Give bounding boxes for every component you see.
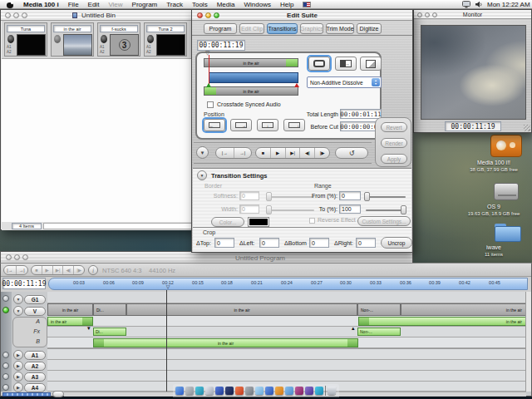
menu-app-name[interactable]: Media 100 i (23, 1, 59, 8)
tab-digitize[interactable]: Digitize (357, 23, 382, 34)
es-transport-buttons[interactable]: ■ ▶ ▶| ◀| |▶ (255, 147, 330, 159)
firewire-drive-icon[interactable] (490, 135, 522, 157)
timeline-timecode[interactable]: 00:00:11:19 (2, 278, 46, 289)
mark-in-button[interactable]: |→ (4, 266, 16, 274)
play-button[interactable]: ▶ (42, 266, 52, 274)
edit-point-handle[interactable]: ▽ (205, 50, 209, 57)
dock-icon-app[interactable] (235, 387, 244, 395)
bin-titlebar[interactable]: Untitled Bin (1, 10, 196, 21)
position-option-1-button[interactable]: ← (204, 119, 225, 131)
dock-icon-app[interactable] (205, 387, 214, 395)
es-stop-button[interactable]: ■ (256, 148, 270, 158)
menu-program[interactable]: Program (132, 1, 158, 8)
track-row-a2[interactable] (47, 360, 526, 371)
menu-file[interactable]: File (68, 1, 79, 8)
playhead-line[interactable] (166, 290, 167, 392)
transition-bar[interactable] (209, 72, 298, 83)
track-led-a4[interactable] (2, 384, 9, 391)
from-slider-thumb[interactable] (364, 192, 370, 201)
drive-label[interactable]: OS 9 (456, 204, 532, 209)
volume-menu-icon[interactable] (475, 1, 483, 8)
softness-field[interactable]: 0 (239, 191, 259, 200)
timeline-clip-a[interactable]: in the air (358, 317, 526, 326)
timeline-zoom-slider[interactable] (2, 392, 51, 397)
menu-edit[interactable]: Edit (88, 1, 100, 8)
clip-thumbnail-slate[interactable]: 3 (110, 34, 139, 56)
tab-edit-clip[interactable]: Edit Clip (239, 23, 264, 34)
clip-thumbnail[interactable] (156, 34, 185, 56)
es-play-to-end-button[interactable]: ▶| (285, 148, 300, 158)
track-a1-button[interactable]: A1 (24, 351, 46, 360)
to-slider-track[interactable] (366, 209, 406, 211)
timeline-transition-fx[interactable]: Di... (93, 328, 126, 336)
uncrop-button[interactable]: Uncrop (381, 237, 412, 249)
track-a4-button[interactable]: A4 (24, 383, 46, 392)
crossfade-checkbox[interactable] (207, 101, 214, 108)
desktop-icon-os9-drive[interactable]: OS 9 19.63 GB, 18.9 GB free (456, 183, 532, 223)
clip-name-field[interactable]: in the air (53, 25, 91, 32)
clip-name-field[interactable]: f-sucks (100, 25, 138, 32)
dock-icon-app[interactable] (195, 387, 204, 395)
width-slider-thumb[interactable] (266, 205, 272, 214)
dock-icon-app[interactable] (275, 387, 283, 395)
menu-view[interactable]: View (108, 1, 122, 8)
track-g1-disclosure[interactable]: ▼ (13, 294, 23, 304)
custom-settings-button[interactable]: Custom Settings... (357, 216, 411, 226)
edit-suite-timecode[interactable]: 00:00:11:19 (197, 40, 245, 51)
track-led-a2[interactable] (2, 362, 9, 369)
clip-name-field[interactable]: Tuna (7, 25, 45, 32)
dock-icon-app[interactable] (285, 387, 293, 395)
dock-trash-icon[interactable] (328, 387, 336, 395)
transition-type-dissolve-button[interactable] (308, 57, 330, 71)
timeline-transition-fx[interactable]: Non-... (357, 328, 401, 336)
track-v-disclosure[interactable]: ▼ (13, 306, 23, 316)
dropdown-stepper-icon[interactable]: ▲▼ (372, 78, 380, 86)
monitor-timecode[interactable]: 00:00:11:19 (445, 121, 501, 131)
summary-segment[interactable]: Non-... (357, 303, 401, 316)
menu-windows[interactable]: Windows (244, 1, 270, 8)
dock-icon-app[interactable] (295, 387, 303, 395)
tab-transitions[interactable]: Transitions (267, 23, 298, 34)
timeline-vertical-scrollbar[interactable] (525, 292, 531, 392)
clip-thumbnail[interactable] (63, 34, 92, 56)
monitor-titlebar[interactable]: Monitor (414, 10, 531, 19)
dock-icon-app[interactable] (185, 387, 194, 395)
track-row-a1[interactable] (47, 349, 526, 360)
timeline-clip-a[interactable]: in the air (47, 317, 93, 326)
summary-segment[interactable]: in the air (47, 303, 93, 316)
stop-button[interactable]: ■ (32, 266, 42, 274)
es-play-button[interactable]: ▶ (270, 148, 285, 158)
edit-suite-titlebar[interactable]: Edit Suite (192, 10, 412, 21)
panel-collapse-button[interactable]: ▼ (196, 146, 209, 159)
summary-segment[interactable]: in the air (126, 303, 357, 316)
es-mark-in-button[interactable]: |→ (216, 148, 234, 158)
menu-track[interactable]: Track (166, 1, 183, 8)
timeline-transport-buttons[interactable]: ■ ▶ ▶| ◀| |▶ (31, 265, 85, 275)
track-a2-disclosure[interactable]: ▶ (13, 361, 23, 371)
transition-type-wipe-button[interactable]: → (335, 57, 357, 71)
revert-button[interactable]: Revert (381, 122, 407, 132)
track-led-a1[interactable] (2, 352, 9, 358)
softness-slider-thumb[interactable] (266, 192, 272, 201)
displays-menu-icon[interactable] (462, 1, 470, 8)
effect-dropdown[interactable]: Non-Additive Dissolve ▲▼ (307, 76, 382, 88)
apple-menu-icon[interactable] (7, 1, 14, 8)
menu-clock[interactable]: Mon 12:22 AM (487, 1, 530, 8)
border-color-swatch[interactable] (248, 217, 269, 227)
bin-clip-card[interactable]: Tuna 2 A1 A2 (144, 22, 187, 57)
track-row-g1[interactable] (47, 292, 526, 303)
crop-bottom-field[interactable]: 0 (309, 238, 329, 248)
playhead-marker[interactable]: ▽ (162, 283, 174, 289)
from-field[interactable]: 0 (339, 191, 361, 200)
total-length-field[interactable]: 00:00:01:11 (340, 109, 382, 119)
folder-label[interactable]: iwave (456, 244, 532, 250)
track-a2-button[interactable]: A2 (24, 362, 46, 371)
es-step-forward-button[interactable]: |▶ (314, 148, 329, 158)
track-row-a3[interactable] (47, 371, 526, 382)
position-option-3-button[interactable]: ↓ (257, 119, 278, 131)
bin-clip-card[interactable]: f-sucks A1 A2 3 (97, 22, 140, 57)
bin-clip-card[interactable]: in the air (51, 22, 94, 57)
dock-icon-app[interactable] (305, 387, 313, 395)
track-led-g1[interactable] (2, 295, 9, 302)
dock-icon-app[interactable] (315, 387, 323, 395)
